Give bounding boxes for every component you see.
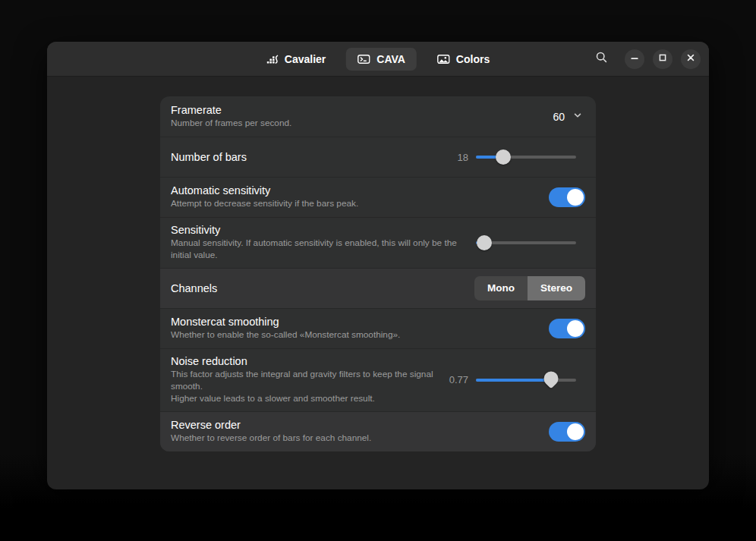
image-icon — [437, 53, 450, 65]
automatic-sensitivity-toggle[interactable] — [549, 187, 585, 207]
row-text: FramerateNumber of frames per second. — [171, 104, 553, 130]
tab-label: CAVA — [376, 53, 405, 65]
tab-colors[interactable]: Colors — [426, 48, 501, 71]
noise-reduction-slider[interactable] — [476, 370, 576, 390]
row-subtitle: Whether to enable the so-called «Monster… — [171, 329, 461, 341]
minimize-icon — [628, 52, 641, 67]
tab-cava[interactable]: CAVA — [346, 48, 417, 71]
maximize-button[interactable] — [653, 49, 673, 69]
sensitivity-control — [476, 233, 585, 253]
app-window: CavalierCAVAColors FramerateNumber of fr… — [47, 42, 709, 489]
row-title: Monstercat smoothing — [171, 316, 541, 328]
number-of-bars-row: Number of bars18 — [160, 137, 596, 177]
row-subtitle: Number of frames per second. — [171, 118, 461, 130]
row-subtitle: Attempt to decrease sensitivity if the b… — [171, 198, 461, 210]
search-button[interactable] — [591, 49, 611, 69]
monstercat-smoothing-row: Monstercat smoothingWhether to enable th… — [160, 308, 596, 348]
reverse-order-control — [549, 422, 585, 442]
monstercat-smoothing-toggle[interactable] — [549, 319, 585, 338]
toggle-knob — [567, 320, 584, 337]
slider-handle[interactable] — [477, 235, 492, 250]
row-text: Automatic sensitivityAttempt to decrease… — [171, 184, 549, 210]
maximize-icon — [657, 52, 669, 67]
view-switcher: CavalierCAVAColors — [255, 48, 501, 71]
tab-label: Colors — [456, 53, 490, 65]
slider-handle[interactable] — [541, 368, 562, 388]
framerate-control: 60 — [553, 110, 585, 124]
slider-handle[interactable] — [496, 149, 511, 165]
number-of-bars-control: 18 — [458, 147, 585, 167]
row-subtitle: Manual sensitivity. If automatic sensiti… — [171, 237, 461, 262]
channels-segmented: MonoStereo — [474, 276, 585, 300]
preferences-page: FramerateNumber of frames per second.60N… — [47, 77, 709, 489]
headerbar: CavalierCAVAColors — [47, 42, 709, 77]
row-text: Monstercat smoothingWhether to enable th… — [171, 316, 549, 341]
window-controls — [591, 49, 701, 69]
channels-control: MonoStereo — [474, 276, 585, 300]
minimize-button[interactable] — [625, 49, 644, 69]
row-title: Channels — [171, 282, 467, 294]
row-title: Framerate — [171, 104, 545, 116]
row-title: Reverse order — [171, 419, 541, 431]
row-title: Noise reduction — [171, 355, 442, 367]
sensitivity-slider[interactable] — [476, 233, 576, 253]
number-of-bars-value: 18 — [458, 152, 468, 163]
slider-track[interactable] — [476, 156, 576, 159]
toggle-knob — [567, 423, 584, 440]
row-text: Channels — [171, 282, 474, 294]
noise-reduction-value: 0.77 — [449, 374, 468, 385]
terminal-icon — [358, 53, 370, 65]
noise-reduction-control: 0.77 — [449, 370, 585, 390]
close-icon — [685, 52, 697, 67]
row-text: Noise reductionThis factor adjusts the i… — [171, 355, 449, 405]
automatic-sensitivity-row: Automatic sensitivityAttempt to decrease… — [160, 177, 596, 217]
row-text: SensitivityManual sensitivity. If automa… — [171, 224, 476, 262]
close-button[interactable] — [681, 49, 701, 69]
tab-label: Cavalier — [285, 53, 326, 65]
slider-track[interactable] — [476, 379, 576, 382]
framerate-dropdown[interactable]: 60 — [553, 110, 585, 124]
row-title: Automatic sensitivity — [171, 184, 541, 197]
equalizer-icon — [266, 53, 279, 65]
row-title: Sensitivity — [171, 224, 468, 236]
reverse-order-row: Reverse orderWhether to reverse order of… — [160, 411, 596, 451]
channels-option-stereo[interactable]: Stereo — [528, 276, 585, 300]
search-icon — [595, 51, 608, 67]
row-subtitle: This factor adjusts the integral and gra… — [171, 369, 442, 405]
row-subtitle: Whether to reverse order of bars for eac… — [171, 432, 461, 445]
row-text: Number of bars — [171, 151, 458, 163]
slider-fill — [476, 379, 551, 382]
settings-group: FramerateNumber of frames per second.60N… — [160, 96, 596, 451]
row-text: Reverse orderWhether to reverse order of… — [171, 419, 549, 445]
tab-cavalier[interactable]: Cavalier — [255, 48, 337, 71]
automatic-sensitivity-control — [549, 187, 585, 207]
chevron-down-icon — [572, 110, 583, 124]
channels-row: ChannelsMonoStereo — [160, 268, 596, 308]
noise-reduction-row: Noise reductionThis factor adjusts the i… — [160, 348, 596, 411]
dropdown-value: 60 — [553, 111, 565, 123]
toggle-knob — [567, 189, 584, 206]
reverse-order-toggle[interactable] — [549, 422, 585, 442]
monstercat-smoothing-control — [549, 319, 585, 338]
number-of-bars-slider[interactable] — [476, 147, 576, 167]
framerate-row[interactable]: FramerateNumber of frames per second.60 — [160, 96, 596, 137]
row-title: Number of bars — [171, 151, 450, 163]
sensitivity-row: SensitivityManual sensitivity. If automa… — [160, 217, 596, 268]
channels-option-mono[interactable]: Mono — [474, 276, 528, 300]
